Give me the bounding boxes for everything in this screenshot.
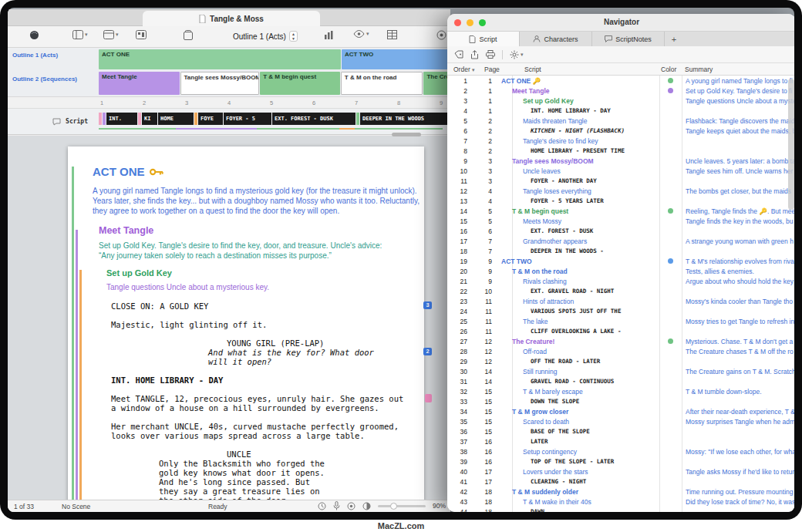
scene-lane-box[interactable]: FOYE [198,113,223,125]
script-block[interactable]: UNCLE [111,450,429,459]
navigator-row[interactable]: 2912OFF THE ROAD - LATER [447,356,794,366]
navigator-row[interactable]: 4117CLEARING - NIGHT [447,476,794,487]
outline-row1-label[interactable]: Outline 1 (Acts) [12,52,58,59]
zoom-slider[interactable] [378,505,426,507]
script-block[interactable]: INT. HOME LIBRARY - DAY [111,375,429,385]
navigator-row[interactable]: 4418DAWN [447,507,794,512]
bookmark-icon[interactable] [425,394,432,402]
navigator-row[interactable]: 4218T & M suddenly olderTime running out… [447,487,794,497]
navigator-row[interactable]: 3916TOP OF THE SLOPE - LATER [447,456,794,466]
scene-lane-box[interactable]: INT. [106,113,137,125]
navigator-row[interactable]: 62KITCHEN - NIGHT (FLASHBACK)Tangle keep… [447,126,794,136]
navigator-row[interactable]: 4017Lovers under the starsTangle asks Mo… [447,466,794,476]
script-block[interactable]: Only the Blacksmith who forged the gold … [111,459,429,500]
zoom-window-button[interactable] [479,19,486,26]
scene-lane-box[interactable]: FOYER - 5 [224,113,271,125]
outline-bar[interactable]: T & M begin quest [260,72,340,95]
view-mode-icon[interactable]: ▾ [103,30,119,39]
column-order[interactable]: Order ▾ [453,66,475,73]
column-page[interactable]: Page [484,66,500,73]
outline-stepper-icon[interactable]: ▲▼ [289,31,298,42]
scene-lane-box[interactable]: HOME [158,113,194,125]
visibility-eye-icon[interactable]: ▾ [353,30,369,38]
script-block[interactable]: CLOSE ON: A GOLD KEY3 [111,301,429,311]
navigator-row[interactable]: 3114GRAVEL ROAD - CONTINUOUS [447,376,794,386]
script-page[interactable]: ACT ONEA young girl named Tangle longs t… [68,146,424,500]
navigator-row[interactable]: 2411VARIOUS SPOTS JUST OFF THE [447,306,794,316]
navigator-row[interactable]: 187DEEPER IN THE WOODS - [447,246,794,256]
navigator-row[interactable]: 2611CLIFF OVERLOOKING A LAKE - [447,326,794,336]
navigator-row[interactable]: 199ACT TWOT & M's relationship evolves f… [447,256,794,266]
script-block[interactable]: Her merchant UNCLE, 40s, curved mustache… [111,422,429,440]
navigator-row[interactable]: 3515Scared to deathMossy surprises Tangl… [447,416,794,426]
navigator-row[interactable]: 209T & M on the roadTests, allies & enem… [447,266,794,276]
navigator-row[interactable]: 11ACT ONE 🔑A young girl named Tangle lon… [447,76,794,86]
navigator-row[interactable]: 2210EXT. GRAVEL ROAD - NIGHT [447,286,794,296]
print-icon[interactable] [486,50,495,59]
navigator-row[interactable]: 2311Hints of attractionMossy's kinda coo… [447,296,794,306]
outline-bar[interactable]: T & M on the road [341,72,423,95]
panel-resize-handle[interactable] [392,133,421,136]
act-heading[interactable]: ACT ONE [93,165,406,178]
navigator-row[interactable]: 21Meet TangleSet up Gold Key. Tangle's d… [447,86,794,96]
stats-icon[interactable] [324,30,334,39]
navigator-row[interactable]: 3315DOWN THE SLOPE [447,396,794,406]
navigator-row[interactable]: 3816Setup contingencyMossy: "If we lose … [447,446,794,456]
beat-board-icon[interactable] [136,30,147,39]
navigator-row[interactable]: 134FOYER - 5 YEARS LATER [447,196,794,206]
navigator-row[interactable]: 103Uncle leavesTangle sees him off. Uncl… [447,166,794,176]
navigator-row[interactable]: 93Tangle sees Mossy/BOOMUncle leaves. 5 … [447,156,794,166]
script-block[interactable]: And what is the key for? What door will … [111,348,429,366]
navigator-row[interactable]: 3014Still runningThe Creature gains on T… [447,366,794,376]
outline-row2-label[interactable]: Outline 2 (Sequences) [12,76,77,82]
close-window-button[interactable] [454,19,461,26]
revision-badge[interactable]: 2 [423,348,432,355]
minimize-window-button[interactable] [467,19,473,26]
navigator-row[interactable]: 4318T & M wake in their 40sDid they lose… [447,497,794,507]
record-target-icon[interactable] [347,502,356,510]
navigator-row[interactable]: 52Maids threaten TangleFlashback: Tangle… [447,116,794,126]
navigator-row[interactable]: 3215T & M barely escapeT & M tumble down… [447,386,794,396]
document-tab[interactable]: Tangle & Moss [143,11,320,26]
outline-bar[interactable]: ACT ONE [99,49,341,69]
scriptnote-bubble-icon[interactable] [52,118,61,126]
zoom-slider-knob[interactable] [390,503,397,510]
navigator-row[interactable]: 124Tangle loses everythingThe bombs get … [447,186,794,196]
page-layout-icon[interactable]: ▾ [72,30,88,39]
outline-bar[interactable]: ACT TWO [342,49,450,69]
navigator-row[interactable]: 2511The lakeMossy tries to get Tangle to… [447,316,794,326]
timer-icon[interactable] [318,502,326,510]
script-block[interactable]: Majestic, light glinting off it. [111,320,429,329]
revision-badge[interactable]: 3 [423,301,432,309]
navigator-row[interactable]: 2712The Creature!Mysterious. Chase. T & … [447,336,794,346]
navigator-row[interactable]: 155Meets MossyTangle finds the key in th… [447,216,794,226]
column-summary[interactable]: Summary [685,66,713,73]
scene-lane-box[interactable]: DEEPER IN THE WOODS [360,113,450,125]
note-blue[interactable]: A young girl named Tangle longs to find … [93,186,429,216]
column-script[interactable]: Script [524,66,541,73]
app-tools-icon[interactable] [29,30,39,40]
sub-heading[interactable]: Set up Gold Key [106,268,406,278]
navigator-row[interactable]: 2812Off-roadThe Creature chases T & M of… [447,346,794,356]
tab-script[interactable]: Script [447,32,520,46]
script-block[interactable]: YOUNG GIRL (PRE-LAP) [111,338,429,348]
navigator-row[interactable]: 82HOME LIBRARY - PRESENT TIME [447,146,794,156]
index-cards-icon[interactable] [184,30,193,40]
navigator-titlebar[interactable]: Navigator [447,14,794,31]
navigator-row[interactable]: 145T & M begin questReeling, Tangle find… [447,206,794,216]
dictation-mic-icon[interactable] [333,501,340,510]
tag-icon[interactable] [454,50,463,59]
scene-lane-box[interactable]: EXT. FOREST - DUSK [272,113,356,125]
scene-lane-box[interactable]: KI [142,113,157,125]
add-tab-button[interactable]: + [665,32,683,46]
seq-heading[interactable]: Meet Tangle [99,225,406,236]
script-block[interactable]: Meet TANGLE, 12, precocious eyes, unruly… [111,394,429,412]
navigator-row[interactable]: 72Tangle's desire to find key [447,136,794,146]
navigator-scrollbar[interactable] [788,79,794,210]
outline-selector[interactable]: Outline 1 (Acts) ▲▼ [233,31,298,42]
navigator-row[interactable]: 177Grandmother appearsA strange young wo… [447,236,794,246]
navigator-row[interactable]: 166EXT. FOREST - DUSK [447,226,794,236]
export-share-icon[interactable] [470,50,479,59]
tab-scriptnotes[interactable]: ScriptNotes [592,32,665,46]
sheet-view-icon[interactable] [387,30,397,39]
